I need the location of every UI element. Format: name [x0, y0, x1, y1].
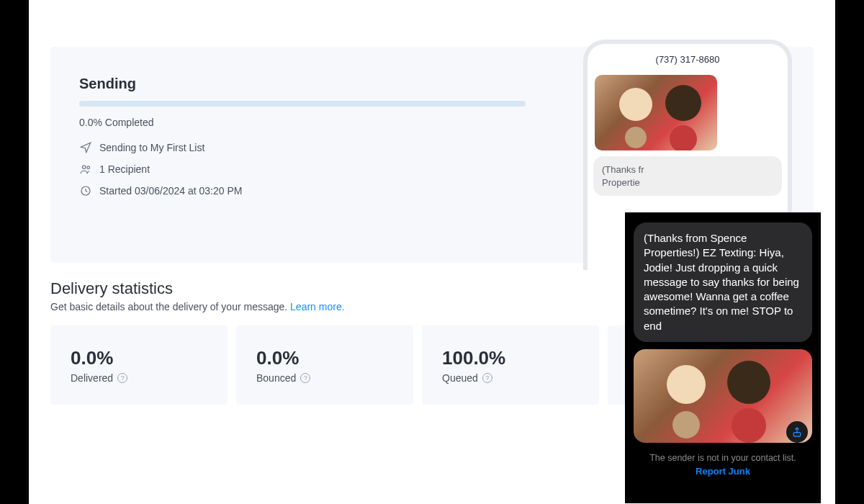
unknown-sender-note: The sender is not in your contact list. [634, 453, 812, 463]
svg-point-1 [87, 166, 90, 169]
stat-value: 100.0% [442, 347, 579, 369]
stat-card-bounced: 0.0% Bounced ? [236, 325, 413, 405]
paper-plane-icon [79, 141, 92, 154]
help-icon[interactable]: ? [300, 373, 310, 383]
report-junk-link[interactable]: Report Junk [634, 466, 812, 477]
progress-bar [79, 101, 526, 107]
svg-point-0 [83, 166, 86, 169]
recipients-label: 1 Recipient [99, 163, 150, 175]
stat-label: Delivered ? [71, 372, 207, 384]
sending-to-label: Sending to My First List [99, 142, 204, 153]
clock-icon [79, 184, 92, 197]
started-label: Started 03/06/2024 at 03:20 PM [99, 185, 242, 197]
help-icon[interactable]: ? [117, 373, 127, 383]
phone-number: (737) 317-8680 [588, 44, 788, 71]
stat-label: Queued ? [442, 372, 579, 384]
help-icon[interactable]: ? [482, 373, 492, 383]
stat-value: 0.0% [71, 347, 207, 369]
stat-card-delivered: 0.0% Delivered ? [50, 325, 228, 405]
learn-more-link[interactable]: Learn more. [290, 301, 344, 312]
mms-image-preview [595, 75, 717, 150]
delivery-subtitle-text: Get basic details about the delivery of … [50, 301, 290, 312]
share-button[interactable] [786, 421, 808, 443]
phone-message-bubble: (Thanks fr Propertie [593, 156, 782, 196]
stat-label: Bounced ? [256, 372, 393, 384]
imessage-overlay: (Thanks from Spence Properties!) EZ Text… [625, 212, 821, 503]
users-icon [79, 163, 92, 176]
stat-value: 0.0% [256, 347, 393, 369]
stat-card-queued: 100.0% Queued ? [422, 325, 599, 405]
mms-image[interactable] [634, 349, 812, 443]
message-bubble: (Thanks from Spence Properties!) EZ Text… [634, 222, 812, 342]
